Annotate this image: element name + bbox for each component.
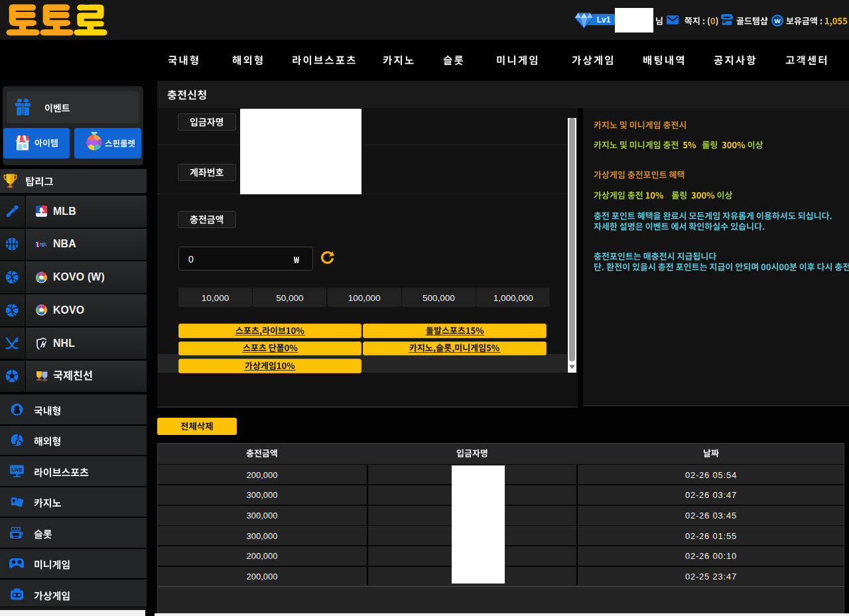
svg-text:W: W (774, 17, 781, 25)
svg-text:LIVE: LIVE (12, 468, 23, 473)
svg-text:NBA: NBA (40, 241, 47, 247)
